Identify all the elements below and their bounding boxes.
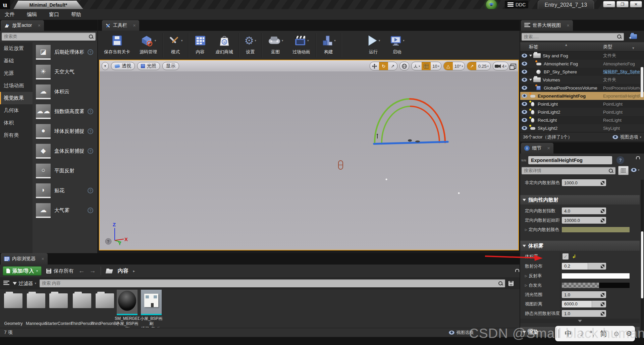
move-tool-button[interactable]	[370, 62, 379, 70]
sort-desc-icon[interactable]: ▼	[632, 46, 635, 50]
play-button[interactable]: ▾ 运行	[362, 31, 385, 60]
content-search-input[interactable]: 搜索 内容	[40, 279, 505, 287]
details-expander[interactable]	[520, 319, 640, 323]
close-icon[interactable]: ✕	[38, 23, 41, 28]
outliner-row-sky-and-fog[interactable]: Sky and Fog文件夹	[520, 52, 644, 60]
slider-field[interactable]: 0.2	[562, 263, 606, 270]
menu-window[interactable]: 窗口	[49, 11, 59, 18]
launch-button[interactable]: ▾ 启动	[385, 31, 409, 60]
settings-button[interactable]: ⚙▾ 设置	[240, 31, 261, 60]
category-all-classes[interactable]: 所有类	[0, 129, 33, 141]
restore-button[interactable]: ❐	[616, 1, 629, 7]
close-icon[interactable]: ✕	[547, 146, 550, 151]
folder-tile[interactable]	[27, 293, 45, 308]
grid-snap-value[interactable]: 10▾	[431, 62, 441, 70]
section-directional-inscattering[interactable]: 指向性内散射	[520, 195, 640, 205]
grid-snap-toggle[interactable]	[422, 62, 431, 70]
volumetric-fog-checkbox[interactable]: ✓	[562, 253, 569, 260]
outliner-row-skylight2[interactable]: SkyLight2SkyLight	[520, 124, 644, 132]
menu-file[interactable]: 文件	[5, 11, 15, 18]
help-icon[interactable]: ?	[616, 156, 624, 164]
outliner-row-exponential-height-fog[interactable]: ExponentialHeightFogExponentialHeightFog	[520, 92, 644, 100]
breadcrumb-arrow-icon[interactable]: ▸	[133, 269, 135, 273]
search-class-input[interactable]: 搜索类	[2, 33, 96, 41]
drag-handle-icon[interactable]	[601, 302, 604, 306]
tab-toolbar[interactable]: 工具栏 ✕	[102, 20, 139, 31]
viewport[interactable]: ▾ 透视 光照 显示 ↻ ↗ ▾ 10▾ △	[99, 60, 519, 250]
close-icon[interactable]: ✕	[567, 23, 570, 28]
camera-speed-button[interactable]: 4▾	[493, 62, 508, 70]
expand-icon[interactable]: ▷	[525, 274, 527, 278]
visibility-eye-icon[interactable]	[522, 102, 527, 106]
expand-icon[interactable]: ▷	[525, 284, 527, 287]
color-swatch[interactable]	[562, 227, 630, 232]
scale-tool-button[interactable]: ↗	[388, 62, 397, 70]
category-geometry[interactable]: 几何体	[0, 104, 33, 117]
add-import-button[interactable]: 添加/导入 ▾	[3, 266, 42, 276]
color-swatch[interactable]	[562, 273, 630, 279]
tutorial-icon[interactable]	[486, 0, 497, 10]
create-folder-button[interactable]	[627, 32, 641, 41]
tab-content-browser[interactable]: 内容浏览器 ✕	[1, 253, 48, 265]
drag-handle-icon[interactable]	[601, 181, 604, 185]
build-button[interactable]: ▾ 构建	[317, 31, 340, 60]
level-tab[interactable]: Minimal_Default*	[13, 1, 83, 9]
expand-icon[interactable]: ▷	[525, 228, 527, 231]
visibility-eye-icon[interactable]	[522, 62, 527, 66]
sort-asc-icon[interactable]: ▲	[565, 43, 568, 47]
rotate-tool-button[interactable]: ↻	[379, 62, 388, 70]
scale-snap-toggle[interactable]: ↗	[467, 62, 476, 70]
world-local-toggle[interactable]	[399, 62, 409, 70]
edit-blueprint-link[interactable]: 编辑BP_Sky_Sphere	[603, 69, 640, 75]
visibility-eye-icon[interactable]	[522, 78, 527, 82]
value-field[interactable]: 1.0	[562, 310, 606, 317]
item-sphere-reflection-capture[interactable]: ● 球体反射捕捉 ?	[33, 121, 97, 141]
back-icon[interactable]: ←	[78, 267, 85, 275]
reset-to-default-icon[interactable]: ↲	[572, 253, 576, 260]
tab-details[interactable]: i 细节 ✕	[521, 143, 553, 154]
slider-field[interactable]: 6000.0	[562, 301, 606, 307]
blueprints-button[interactable]: ▾ 蓝图	[263, 31, 288, 60]
help-icon[interactable]: ?	[88, 49, 93, 55]
source-control-button[interactable]: ▾ 源码管理	[135, 31, 162, 60]
tab-place-actors[interactable]: 放置actor ✕	[1, 20, 44, 31]
marketplace-button[interactable]: u 虚幻商城	[211, 31, 238, 60]
folder-tile[interactable]	[73, 293, 91, 308]
visibility-eye-icon[interactable]	[522, 110, 527, 114]
ddc-indicator[interactable]: DDC	[505, 1, 528, 8]
minimize-button[interactable]: —	[603, 1, 615, 7]
visibility-eye-icon[interactable]	[522, 94, 527, 98]
help-icon[interactable]: ?	[88, 188, 93, 193]
details-search-input[interactable]: 搜索详情	[522, 167, 615, 174]
save-all-button[interactable]: 保存所有	[46, 268, 74, 274]
value-field[interactable]: 10000.0	[562, 217, 606, 224]
help-icon[interactable]: ?	[88, 148, 93, 154]
save-level-button[interactable]: 保存当前关卡	[99, 31, 135, 60]
details-view-options[interactable]: ▾	[631, 168, 640, 172]
value-field[interactable]: 1000.0	[562, 179, 606, 186]
content-button[interactable]: 内容	[190, 31, 211, 60]
outliner-row-global-postprocess[interactable]: GlobalPostProcessVolumePostProcessVolume	[520, 84, 644, 92]
forward-icon[interactable]: →	[90, 267, 96, 275]
value-field[interactable]: 1.0	[562, 291, 606, 298]
cinematics-button[interactable]: ▾ 过场动画	[288, 31, 315, 60]
breadcrumb[interactable]: 内容	[118, 268, 128, 275]
outliner-row-pointlight2[interactable]: PointLight2PointLight	[520, 108, 644, 116]
section-volumetric-fog[interactable]: 体积雾	[520, 241, 640, 251]
surface-snap-button[interactable]: ▾	[412, 62, 422, 70]
viewport-options-button[interactable]: ▾	[102, 62, 109, 70]
close-icon[interactable]: ✕	[41, 257, 44, 261]
help-icon[interactable]: ?	[88, 128, 93, 134]
drag-handle-icon[interactable]	[601, 265, 604, 268]
category-volumes[interactable]: 体积	[0, 117, 33, 129]
menu-edit[interactable]: 编辑	[27, 11, 37, 18]
outliner-row-volumes[interactable]: Volumes文件夹	[520, 76, 644, 84]
folder-tile[interactable]	[4, 293, 22, 308]
outliner-scrollbar[interactable]	[641, 67, 643, 97]
color-swatch[interactable]	[562, 283, 630, 288]
drag-handle-icon[interactable]	[601, 219, 604, 222]
item-decal[interactable]: ◗ 贴花 ?	[33, 181, 97, 200]
filters-button[interactable]: 过滤器 ▾	[13, 280, 36, 287]
column-type[interactable]: 类型	[603, 44, 612, 50]
outliner-search-input[interactable]: 搜索.....	[522, 33, 624, 41]
